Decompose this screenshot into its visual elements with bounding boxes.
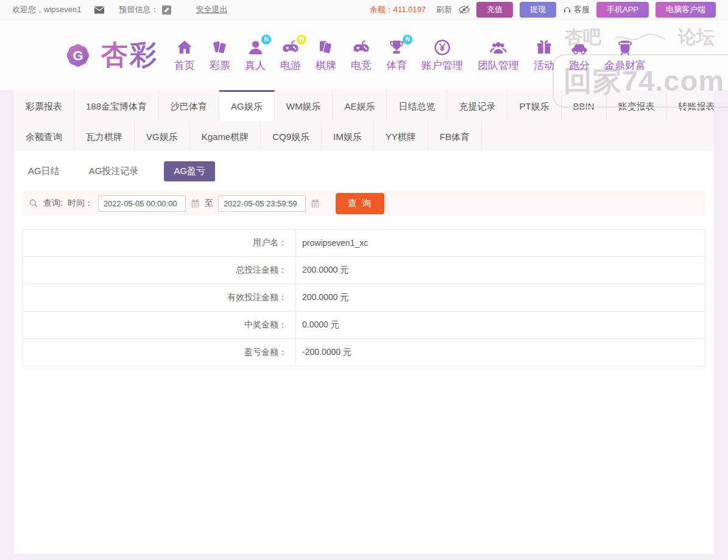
tab-VG娱乐[interactable]: VG娱乐 <box>135 121 190 151</box>
tab-转账报表[interactable]: 转账报表 <box>667 90 714 121</box>
nav-item-egame[interactable]: H电游 <box>280 38 301 72</box>
report-row-value: prowipseven1_xc <box>296 229 705 257</box>
tab-充提记录[interactable]: 充提记录 <box>447 90 507 121</box>
nav-item-team[interactable]: 团队管理 <box>478 38 519 72</box>
nav-item-chess[interactable]: 棋牌 <box>316 38 336 72</box>
nav-label: 电游 <box>280 60 301 71</box>
report-row-value: 0.0000 元 <box>296 312 705 339</box>
search-icon <box>29 198 38 208</box>
tab-沙巴体育[interactable]: 沙巴体育 <box>159 90 219 121</box>
ticket-icon <box>210 38 230 58</box>
svg-text:G: G <box>72 48 83 63</box>
nav-label: 活动 <box>534 60 554 71</box>
withdraw-button[interactable]: 提现 <box>520 2 556 18</box>
welcome-text: 欢迎您，wipseven1 <box>12 4 81 15</box>
report-row-label: 总投注金额： <box>23 257 296 284</box>
end-time-input[interactable] <box>218 195 306 212</box>
nav-item-home[interactable]: 首页 <box>174 38 195 72</box>
calendar-icon[interactable] <box>311 199 320 208</box>
tab-AG娱乐[interactable]: AG娱乐 <box>219 90 275 121</box>
subtab-AG投注记录[interactable]: AG投注记录 <box>85 161 143 181</box>
subtab-AG盈亏[interactable]: AG盈亏 <box>164 161 215 181</box>
balance-text: 余额：411.0197 <box>370 4 426 15</box>
query-button[interactable]: 查 询 <box>336 193 384 214</box>
flower-logo-icon: G <box>58 36 97 75</box>
eye-off-icon[interactable] <box>459 5 470 14</box>
brand-logo[interactable]: G 杏彩 <box>58 36 158 75</box>
nav-label: 体育 <box>386 60 407 71</box>
tab-瓦力棋牌[interactable]: 瓦力棋牌 <box>74 121 135 151</box>
tab-PT娱乐[interactable]: PT娱乐 <box>507 90 561 121</box>
nav-item-sports[interactable]: N体育 <box>386 38 407 72</box>
mail-icon[interactable] <box>94 6 104 14</box>
tab-Kgame棋牌[interactable]: Kgame棋牌 <box>190 121 261 151</box>
main-nav: 首页彩票N真人H电游棋牌电竞N体育账户管理团队管理活动跑分金鼎财富 <box>167 38 653 72</box>
edit-icon[interactable] <box>162 5 171 15</box>
tab-账变报表[interactable]: 账变报表 <box>607 90 667 121</box>
content-panel: 彩票报表188金宝博体育沙巴体育AG娱乐WM娱乐AE娱乐日结总览充提记录PT娱乐… <box>14 90 714 554</box>
nav-item-esports[interactable]: 电竞 <box>351 38 372 72</box>
topbar: 欢迎您，wipseven1 预留信息： 安全退出 余额：411.0197 刷新 … <box>0 0 728 20</box>
recharge-button[interactable]: 充值 <box>476 2 513 18</box>
new-badge: N <box>261 35 271 44</box>
report-row-label: 中奖金额： <box>23 312 296 339</box>
report-row-label: 有效投注金额： <box>23 284 296 312</box>
nav-label: 棋牌 <box>316 60 336 71</box>
tab-WM娱乐[interactable]: WM娱乐 <box>275 90 333 121</box>
nav-label: 账户管理 <box>422 60 463 71</box>
pc-client-button[interactable]: 电脑客户端 <box>656 2 716 18</box>
start-time-input[interactable] <box>98 195 186 212</box>
gamepad-icon <box>351 38 372 58</box>
new-badge: N <box>403 35 412 44</box>
gamepad-icon: H <box>280 38 301 58</box>
report-row: 总投注金额：200.0000 元 <box>23 257 705 284</box>
nav-item-jinding[interactable]: 金鼎财富 <box>604 38 646 72</box>
subtab-AG日结[interactable]: AG日结 <box>24 161 63 181</box>
refresh-button[interactable]: 刷新 <box>436 4 452 15</box>
customer-service-button[interactable]: 客服 <box>563 4 590 15</box>
report-row: 用户名：prowipseven1_xc <box>23 229 705 257</box>
coin-icon <box>432 38 453 58</box>
mobile-app-button[interactable]: 手机APP <box>596 2 649 18</box>
nav-item-activity[interactable]: 活动 <box>534 38 554 72</box>
tab-CQ9娱乐[interactable]: CQ9娱乐 <box>261 121 322 151</box>
treasure-icon <box>615 38 635 58</box>
report-row: 中奖金额：0.0000 元 <box>23 312 705 339</box>
calendar-icon[interactable] <box>191 199 200 208</box>
nav-item-lottery[interactable]: 彩票 <box>210 38 230 72</box>
report-row: 有效投注金额：200.0000 元 <box>23 284 705 312</box>
tab-188金宝博体育[interactable]: 188金宝博体育 <box>74 90 159 121</box>
watermark-right: 论坛 <box>678 25 715 50</box>
team-icon <box>488 38 509 58</box>
nav-item-paofen[interactable]: 跑分 <box>569 38 590 72</box>
report-row-value: 200.0000 元 <box>296 257 705 284</box>
tab-IM娱乐[interactable]: IM娱乐 <box>322 121 374 151</box>
nav-label: 电竞 <box>351 60 372 71</box>
tab-YY棋牌[interactable]: YY棋牌 <box>374 121 428 151</box>
cards-icon <box>316 38 336 58</box>
nav-item-account[interactable]: 账户管理 <box>422 38 463 72</box>
new-badge: H <box>297 35 306 44</box>
report-table: 用户名：prowipseven1_xc总投注金额：200.0000 元有效投注金… <box>23 229 705 366</box>
tab-FB体育[interactable]: FB体育 <box>428 121 482 151</box>
query-label: 查询: <box>43 198 63 209</box>
report-row-value: 200.0000 元 <box>296 284 705 312</box>
site-header: G 杏彩 首页彩票N真人H电游棋牌电竞N体育账户管理团队管理活动跑分金鼎财富 杏… <box>0 20 728 90</box>
tab-BBIN[interactable]: BBIN <box>562 90 607 121</box>
ag-subtabs: AG日结AG投注记录AG盈亏 <box>24 161 714 181</box>
report-tabs-row2: 余额查询瓦力棋牌VG娱乐Kgame棋牌CQ9娱乐IM娱乐YY棋牌FB体育 <box>14 121 714 151</box>
nav-label: 金鼎财富 <box>604 60 646 71</box>
nav-item-live[interactable]: N真人 <box>245 38 266 72</box>
tab-日结总览[interactable]: 日结总览 <box>387 90 447 121</box>
tab-余额查询[interactable]: 余额查询 <box>14 121 74 151</box>
home-icon <box>174 38 195 58</box>
logout-link[interactable]: 安全退出 <box>196 4 227 15</box>
nav-label: 团队管理 <box>478 60 519 71</box>
nav-label: 首页 <box>174 60 195 71</box>
reserved-info-label: 预留信息： <box>119 4 158 15</box>
headset-icon <box>563 5 571 14</box>
balance-value: 411.0197 <box>394 5 426 14</box>
report-row: 盈亏金额：-200.0000 元 <box>23 339 705 366</box>
tab-彩票报表[interactable]: 彩票报表 <box>14 90 74 121</box>
tab-AE娱乐[interactable]: AE娱乐 <box>333 90 387 121</box>
